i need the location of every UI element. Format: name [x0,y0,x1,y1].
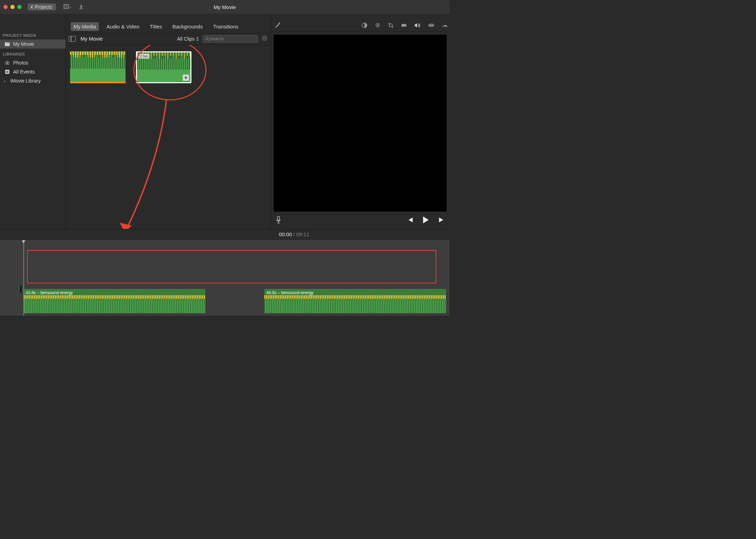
svg-line-14 [208,39,209,41]
photos-icon [4,60,10,66]
speed-icon[interactable] [442,22,448,29]
sidebar-header-project: PROJECT MEDIA [0,30,66,40]
media-import-icon[interactable]: ♪ [63,3,71,11]
timecode-row: 00:00 / 09:11 [0,229,449,239]
prev-button[interactable] [407,217,413,224]
svg-rect-23 [402,24,405,27]
color-balance-icon[interactable] [361,22,368,29]
microphone-icon[interactable] [276,216,281,225]
sidebar-item-photos[interactable]: Photos [0,58,66,67]
crop-icon[interactable] [388,22,394,29]
svg-point-9 [6,61,8,63]
tab-transitions[interactable]: Transitions [211,22,241,31]
color-correction-icon[interactable] [375,22,381,29]
search-icon [205,36,209,41]
svg-point-13 [206,37,208,40]
traffic-lights [3,5,22,9]
minimize-window-button[interactable] [10,5,15,9]
sidebar-item-label: My Movie [13,41,34,47]
media-browser: My Media Audio & Video Titles Background… [66,14,270,229]
play-button[interactable] [422,216,429,225]
noise-reduction-icon[interactable] [428,23,435,29]
sidebar-header-libraries: LIBRARIES [0,49,66,58]
preview-panel [270,14,449,229]
audio-clip-label: 43.8s – bensound-energy [26,290,73,295]
add-clip-button[interactable]: + [183,75,189,81]
search-input[interactable] [209,36,256,41]
window-title: My Movie [214,4,236,10]
svg-point-10 [5,62,7,65]
audio-clip-label: 44.0s – bensound-energy [266,290,313,295]
timeline-drop-zone-annotation [27,250,436,283]
tab-my-media[interactable]: My Media [71,22,99,31]
sidebar-item-label: All Events [13,69,35,75]
sidebar: PROJECT MEDIA My Movie LIBRARIES Photos … [0,14,66,229]
timecode-display: 00:00 / 09:11 [279,231,309,237]
magic-wand-icon[interactable] [274,22,281,30]
sidebar-item-all-events[interactable]: All Events [0,67,66,76]
clip-thumbnail-2[interactable]: 2.5m + [136,51,191,83]
tab-titles[interactable]: Titles [147,22,165,31]
main-content: PROJECT MEDIA My Movie LIBRARIES Photos … [0,14,449,229]
sidebar-item-label: Photos [13,60,28,66]
timecode-total: 09:11 [296,231,309,237]
timeline[interactable]: 43.8s – bensound-energy 44.0s – bensound… [0,239,449,316]
clip-area: 2.5m + [66,45,270,229]
svg-text:♪: ♪ [69,5,71,9]
clip-thumbnail-1[interactable] [70,51,126,83]
svg-point-11 [7,62,9,65]
clips-filter-label: All Clips [177,36,195,42]
svg-rect-5 [5,43,10,46]
playhead[interactable] [24,241,24,316]
audio-clip-2[interactable]: 44.0s – bensound-energy [264,289,446,313]
stabilization-icon[interactable] [401,23,407,29]
sidebar-item-label: iMovie Library [10,78,41,84]
sidebar-item-imovie-library[interactable]: ▸ iMovie Library [0,76,66,85]
browser-title: My Movie [80,36,103,42]
browser-header: My Movie All Clips ▲▼ [66,33,270,45]
search-field[interactable] [203,35,258,43]
preview-toolbar [271,20,449,32]
timecode-sep: / [292,231,297,237]
tab-row: My Media Audio & Video Titles Background… [66,20,270,33]
next-button[interactable] [438,217,445,224]
timecode-current: 00:00 [279,231,292,237]
titlebar: Projects ♪ My Movie [0,0,449,14]
sidebar-item-my-movie[interactable]: My Movie [0,40,66,49]
sidebar-toggle-icon[interactable] [69,36,76,42]
close-window-button[interactable] [3,5,8,9]
preview-controls [271,212,449,229]
projects-back-button[interactable]: Projects [28,3,56,10]
chevron-right-icon: ▸ [4,79,8,83]
audio-clip-1[interactable]: 43.8s – bensound-energy [24,289,205,313]
timeline-resize-handle[interactable] [19,285,23,294]
download-icon[interactable] [79,4,84,10]
clip-duration-badge: 2.5m [138,54,149,59]
preview-viewport[interactable] [274,35,447,212]
svg-point-16 [263,36,267,41]
clapperboard-icon [4,42,10,46]
playback-controls [407,216,445,225]
sort-arrows-icon: ▲▼ [196,36,199,42]
maximize-window-button[interactable] [17,5,22,9]
tab-backgrounds[interactable]: Backgrounds [170,22,206,31]
tab-audio-video[interactable]: Audio & Video [104,22,142,31]
svg-rect-31 [277,216,280,221]
clips-filter-dropdown[interactable]: All Clips ▲▼ [177,36,199,42]
projects-label: Projects [35,4,52,10]
volume-icon[interactable] [414,23,421,29]
star-icon [4,69,10,75]
chevron-left-icon [30,5,34,9]
svg-line-18 [276,24,279,27]
svg-point-15 [264,37,266,39]
gear-icon[interactable] [261,35,268,42]
